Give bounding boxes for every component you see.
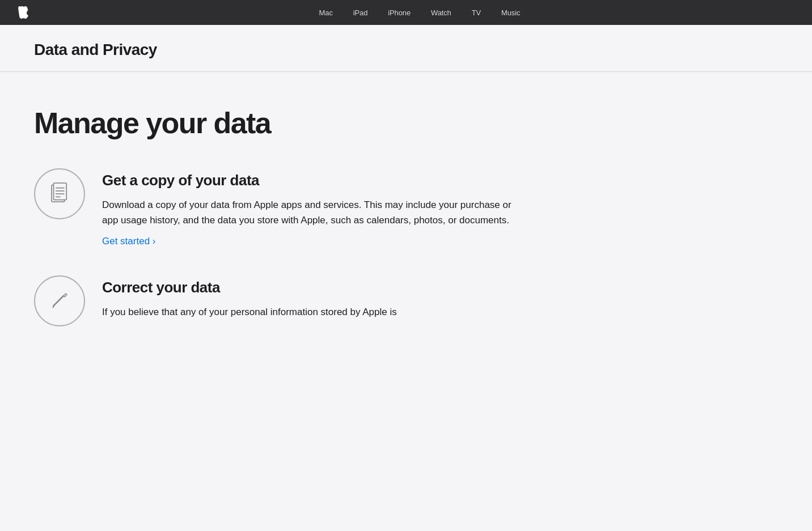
get-copy-description: Download a copy of your data from Apple … bbox=[102, 197, 522, 228]
main-content: Manage your data Get a copy of your data… bbox=[0, 72, 812, 390]
document-icon bbox=[34, 168, 85, 219]
nav-link-mac[interactable]: Mac bbox=[309, 9, 343, 17]
get-copy-link[interactable]: Get started › bbox=[102, 236, 155, 247]
pencil-icon bbox=[34, 275, 85, 326]
nav-link-iphone[interactable]: iPhone bbox=[378, 9, 421, 17]
get-copy-icon-wrapper bbox=[34, 168, 85, 219]
get-copy-text: Get a copy of your data Download a copy … bbox=[102, 168, 522, 247]
svg-line-6 bbox=[53, 296, 64, 306]
nav-item-mac[interactable]: Mac bbox=[309, 9, 343, 17]
nav-link-ipad[interactable]: iPad bbox=[343, 9, 378, 17]
correct-data-icon-wrapper bbox=[34, 275, 85, 326]
nav-item-watch[interactable]: Watch bbox=[421, 9, 462, 17]
nav-item-music[interactable]: Music bbox=[491, 9, 530, 17]
nav-menu: Mac iPad iPhone Watch TV Music bbox=[40, 9, 800, 17]
section-heading: Manage your data bbox=[34, 106, 778, 140]
feature-get-copy: Get a copy of your data Download a copy … bbox=[34, 168, 522, 247]
apple-logo[interactable] bbox=[12, 6, 34, 19]
nav-link-watch[interactable]: Watch bbox=[421, 9, 462, 17]
correct-data-title: Correct your data bbox=[102, 279, 522, 296]
nav-item-iphone[interactable]: iPhone bbox=[378, 9, 421, 17]
feature-correct-data: Correct your data If you believe that an… bbox=[34, 275, 522, 328]
nav-link-music[interactable]: Music bbox=[491, 9, 530, 17]
nav-item-ipad[interactable]: iPad bbox=[343, 9, 378, 17]
page-header: Data and Privacy bbox=[0, 25, 812, 72]
nav-item-tv[interactable]: TV bbox=[462, 9, 491, 17]
get-copy-title: Get a copy of your data bbox=[102, 172, 522, 189]
nav-link-tv[interactable]: TV bbox=[462, 9, 491, 17]
correct-data-description: If you believe that any of your personal… bbox=[102, 304, 522, 320]
page-title: Data and Privacy bbox=[34, 41, 778, 59]
correct-data-text: Correct your data If you believe that an… bbox=[102, 275, 522, 328]
main-nav: Mac iPad iPhone Watch TV Music bbox=[0, 0, 812, 25]
